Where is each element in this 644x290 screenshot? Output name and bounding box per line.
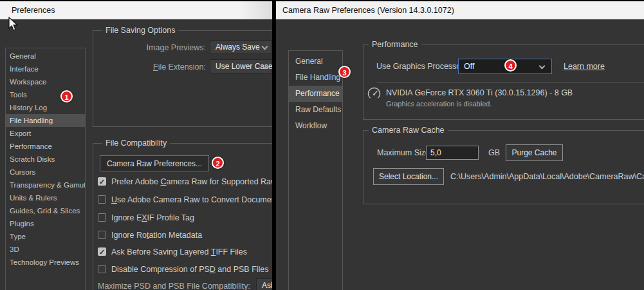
gpu-status-text: Graphics acceleration is disabled. — [386, 100, 492, 108]
maximum-size-label: Maximum Size: — [377, 148, 432, 157]
learn-more-link[interactable]: Learn more — [564, 62, 605, 71]
use-graphics-processor-label: Use Graphics Processor: — [376, 62, 466, 71]
camera-raw-cache-legend: Camera Raw Cache — [369, 126, 448, 135]
tab-performance[interactable]: Performance — [289, 86, 342, 102]
gpu-name-text: NVIDIA GeForce RTX 3060 Ti (30.0.15.1296… — [386, 88, 573, 97]
maximum-size-input[interactable]: 5,0 — [426, 146, 479, 160]
sidebar-item-technology-previews[interactable]: Technology Previews — [6, 256, 85, 269]
checkbox-row-use-acr-convert[interactable]: Use Adobe Camera Raw to Convert Document — [98, 195, 272, 204]
performance-legend: Performance — [369, 40, 421, 50]
checkbox-row-ask-tiff[interactable]: Ask Before Saving Layered TIFF Files — [98, 247, 247, 256]
maximize-compatibility-label: Maximize PSD and PSB File Compatibility: — [98, 282, 250, 290]
checkbox-label: Prefer Adobe Camera Raw for Supported Ra… — [111, 177, 272, 186]
file-extension-select[interactable]: Use Lower Case — [210, 59, 272, 73]
sidebar-item-interface[interactable]: Interface — [6, 63, 85, 75]
cache-path-text: C:\Users\Admin\AppData\Local\Adobe\Camer… — [450, 172, 644, 181]
checkbox-label: Ask Before Saving Layered TIFF Files — [111, 247, 247, 256]
step-badge-1: 1 — [60, 90, 73, 102]
checkbox-unchecked-icon[interactable] — [98, 213, 106, 222]
file-saving-options-legend: File Saving Options — [102, 26, 178, 35]
image-previews-select[interactable]: Always Save — [210, 40, 272, 54]
sidebar-item-guides-grid-slices[interactable]: Guides, Grid & Slices — [6, 204, 85, 217]
chevron-down-icon — [262, 44, 268, 50]
file-extension-label: File Extension: — [103, 63, 206, 72]
checkbox-unchecked-icon[interactable] — [98, 231, 106, 239]
camera-raw-cache-group: Camera Raw Cache — [363, 130, 644, 204]
sidebar-item-tools[interactable]: Tools — [6, 88, 85, 101]
sidebar-item-workspace[interactable]: Workspace — [6, 75, 85, 88]
camera-raw-titlebar[interactable]: Camera Raw Preferences (Version 14.3.0.1… — [276, 1, 644, 19]
preferences-dialog: Preferences General Interface Workspace … — [0, 0, 272, 290]
tab-workflow[interactable]: Workflow — [289, 118, 342, 134]
purge-cache-button[interactable]: Purge Cache — [506, 144, 563, 161]
sidebar-item-cursors[interactable]: Cursors — [6, 166, 85, 179]
sidebar-item-export[interactable]: Export — [6, 127, 85, 140]
checkbox-row-disable-compression[interactable]: Disable Compression of PSD and PSB Files — [98, 264, 269, 274]
screen: Preferences General Interface Workspace … — [0, 0, 644, 290]
step-badge-4: 4 — [504, 59, 517, 72]
sidebar-item-transparency-gamut[interactable]: Transparency & Gamut — [6, 179, 85, 191]
checkbox-checked-icon[interactable] — [98, 247, 106, 256]
checkbox-label: Ignore Rotation Metadata — [111, 231, 202, 240]
tab-file-handling[interactable]: File Handling — [289, 70, 342, 86]
preferences-title: Preferences — [12, 6, 55, 15]
chevron-down-icon — [539, 63, 546, 70]
mouse-cursor-icon — [8, 17, 19, 32]
checkbox-label: Ignore EXIF Profile Tag — [111, 213, 194, 222]
sidebar-item-units-rulers[interactable]: Units & Rulers — [6, 191, 85, 204]
gauge-icon — [367, 87, 381, 101]
sidebar-item-type[interactable]: Type — [6, 230, 85, 243]
sidebar-item-general[interactable]: General — [6, 50, 85, 63]
image-previews-label: Image Previews: — [103, 43, 206, 52]
image-previews-value: Always Save — [216, 43, 260, 52]
preferences-titlebar[interactable]: Preferences — [0, 1, 272, 19]
camera-raw-title: Camera Raw Preferences (Version 14.3.0.1… — [282, 6, 454, 15]
checkbox-row-ignore-exif[interactable]: Ignore EXIF Profile Tag — [98, 213, 194, 222]
camera-raw-preferences-button[interactable]: Camera Raw Preferences... — [100, 155, 209, 171]
camera-raw-preferences-dialog: Camera Raw Preferences (Version 14.3.0.1… — [276, 0, 644, 290]
checkbox-unchecked-icon[interactable] — [98, 195, 106, 204]
checkbox-label: Disable Compression of PSD and PSB Files — [111, 265, 269, 274]
tab-general[interactable]: General — [289, 53, 342, 70]
sidebar-item-scratch-disks[interactable]: Scratch Disks — [6, 153, 85, 166]
sidebar-item-plugins[interactable]: Plugins — [6, 217, 85, 230]
sidebar-item-history-log[interactable]: History Log — [6, 101, 85, 114]
maximize-compatibility-value: Ask — [262, 281, 272, 290]
select-location-button[interactable]: Select Location... — [373, 168, 444, 185]
file-compatibility-legend: File Compatibility — [102, 139, 170, 148]
sidebar-item-performance[interactable]: Performance — [6, 140, 85, 153]
gb-unit-label: GB — [488, 148, 500, 157]
divider — [376, 82, 644, 82]
tab-raw-defaults[interactable]: Raw Defaults — [289, 102, 342, 118]
sidebar-item-file-handling[interactable]: File Handling — [6, 114, 85, 127]
checkbox-row-prefer-acr[interactable]: Prefer Adobe Camera Raw for Supported Ra… — [98, 177, 272, 186]
use-graphics-processor-value: Off — [464, 62, 474, 71]
checkbox-unchecked-icon[interactable] — [98, 265, 106, 273]
step-badge-2: 2 — [212, 157, 224, 169]
checkbox-row-ignore-rotation[interactable]: Ignore Rotation Metadata — [98, 230, 202, 240]
camera-raw-content: General File Handling Performance Raw De… — [276, 19, 644, 290]
step-badge-3: 3 — [338, 66, 351, 78]
maximize-compatibility-select[interactable]: Ask — [256, 278, 272, 290]
checkbox-label: Use Adobe Camera Raw to Convert Document — [111, 195, 272, 204]
preferences-content: General Interface Workspace Tools Histor… — [0, 19, 272, 290]
sidebar-item-3d[interactable]: 3D — [6, 243, 85, 256]
checkbox-checked-icon[interactable] — [98, 177, 106, 186]
camera-raw-tab-list: General File Handling Performance Raw De… — [288, 50, 343, 290]
preferences-sidebar: General Interface Workspace Tools Histor… — [5, 48, 86, 290]
